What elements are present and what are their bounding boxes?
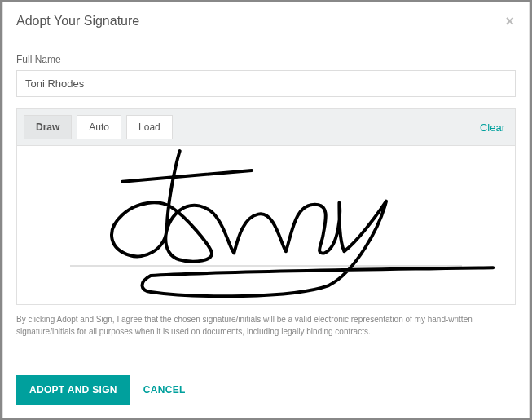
modal-title: Adopt Your Signature <box>16 14 139 29</box>
close-icon[interactable]: × <box>503 14 516 29</box>
adopt-and-sign-button[interactable]: ADOPT AND SIGN <box>16 375 130 405</box>
modal-footer: ADOPT AND SIGN CANCEL <box>3 362 529 418</box>
tab-draw[interactable]: Draw <box>24 115 72 139</box>
signature-drawing <box>17 146 515 304</box>
tab-load[interactable]: Load <box>126 115 173 139</box>
tab-auto[interactable]: Auto <box>77 115 121 139</box>
signature-canvas[interactable] <box>16 146 516 305</box>
adopt-signature-modal: Adopt Your Signature × Full Name Draw Au… <box>2 2 530 418</box>
signature-mode-tabs: Draw Auto Load Clear <box>16 108 516 146</box>
clear-signature-link[interactable]: Clear <box>480 122 508 134</box>
modal-body: Full Name Draw Auto Load Clear By clicki… <box>3 42 529 362</box>
legal-disclaimer: By clicking Adopt and Sign, I agree that… <box>16 313 516 338</box>
cancel-button[interactable]: CANCEL <box>143 384 186 396</box>
fullname-label: Full Name <box>16 54 516 65</box>
fullname-input[interactable] <box>16 70 516 97</box>
modal-header: Adopt Your Signature × <box>3 2 529 42</box>
